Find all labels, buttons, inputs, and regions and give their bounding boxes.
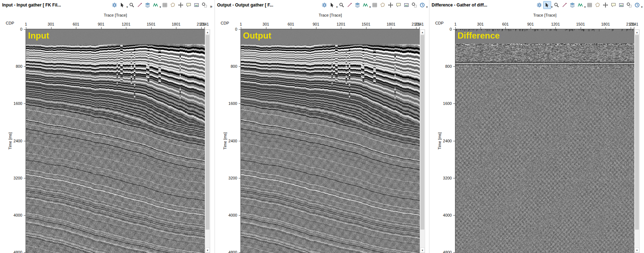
x-axis-ticks: 130160190112011501180121012141 xyxy=(241,22,420,29)
layers-icon[interactable] xyxy=(353,1,361,9)
snap-icon[interactable] xyxy=(346,1,353,9)
history-icon[interactable] xyxy=(418,1,426,9)
x-tick-label: 1 xyxy=(454,22,456,26)
polygon-icon[interactable] xyxy=(379,1,387,9)
seismic-compare-window: Input - Input gather [ FK Fil... ▾▾» Tra… xyxy=(0,0,644,253)
wiggle-icon[interactable] xyxy=(576,1,584,9)
scroll-up-button[interactable]: ▲ xyxy=(420,30,425,35)
annotation-icon[interactable] xyxy=(395,1,402,9)
y-tick-label: 3200 xyxy=(443,176,452,180)
spreadsheet-icon[interactable] xyxy=(586,1,594,9)
scroll-down-button[interactable]: ▼ xyxy=(635,248,639,253)
pan-icon[interactable] xyxy=(387,1,395,9)
x-tick-mark xyxy=(555,27,556,29)
annotation-icon[interactable] xyxy=(609,1,617,9)
zoom-area-icon[interactable] xyxy=(201,1,208,9)
y-tick-label: 0 xyxy=(235,27,237,31)
dropdown-arrow-icon[interactable]: ▾ xyxy=(426,5,428,9)
y-tick-mark xyxy=(24,66,26,67)
x-tick-mark xyxy=(241,27,241,29)
zoom-icon[interactable] xyxy=(338,1,346,9)
x-tick-label: 601 xyxy=(288,22,294,26)
select-icon[interactable] xyxy=(118,1,126,9)
settings-icon[interactable] xyxy=(111,1,118,9)
zoom-area-icon[interactable] xyxy=(625,1,633,9)
gather-overlay-label: Difference xyxy=(458,31,500,41)
x-tick-mark xyxy=(76,27,76,29)
layers-icon[interactable] xyxy=(568,1,576,9)
seismic-image[interactable] xyxy=(26,29,205,253)
seismic-image[interactable] xyxy=(241,29,420,253)
x-tick-label: 2141 xyxy=(200,22,209,26)
y-tick-mark xyxy=(24,141,26,141)
x-tick-mark xyxy=(419,27,420,29)
scroll-up-button[interactable]: ▲ xyxy=(635,30,639,35)
x-tick-label: 1501 xyxy=(147,22,155,26)
x-tick-mark xyxy=(126,27,126,29)
gather-overlay-label: Input xyxy=(28,31,49,41)
x-tick-mark xyxy=(101,27,102,29)
history-icon[interactable] xyxy=(633,1,641,9)
y-tick-mark xyxy=(239,252,240,253)
x-tick-mark xyxy=(266,27,266,29)
zoom-icon[interactable] xyxy=(128,1,136,9)
panel-title: Output - Output gather [ F... xyxy=(217,3,320,8)
y-tick-mark xyxy=(239,29,240,30)
pan-icon[interactable] xyxy=(602,1,609,9)
pan-icon[interactable] xyxy=(177,1,185,9)
seismic-image[interactable] xyxy=(455,29,634,253)
scroll-up-button[interactable]: ▲ xyxy=(205,30,210,35)
cdp-label: CDP xyxy=(221,21,229,25)
scrollbar-thumb[interactable] xyxy=(206,35,210,230)
annotation-icon[interactable] xyxy=(185,1,193,9)
snap-icon[interactable] xyxy=(560,1,568,9)
wiggle-icon[interactable] xyxy=(361,1,369,9)
panel-toolbar: Output - Output gather [ F... ▾▾▾ xyxy=(215,0,429,10)
y-tick-label: 4800 xyxy=(14,250,22,253)
polygon-icon[interactable] xyxy=(169,1,177,9)
x-tick-mark xyxy=(531,27,531,29)
y-tick-label: 1600 xyxy=(229,101,237,106)
dropdown-arrow-icon[interactable]: ▾ xyxy=(641,5,643,9)
select-icon[interactable] xyxy=(328,1,336,9)
y-tick-mark xyxy=(24,29,26,30)
toolbar-icons: ▾▾» xyxy=(111,1,213,9)
x-tick-mark xyxy=(481,27,481,29)
y-tick-label: 4000 xyxy=(229,213,237,217)
vertical-scrollbar[interactable]: ▲ ▼ xyxy=(420,29,425,253)
layers-icon[interactable] xyxy=(144,1,152,9)
spreadsheet-icon[interactable] xyxy=(161,1,169,9)
scrollbar-thumb[interactable] xyxy=(420,35,424,230)
zoom-icon[interactable] xyxy=(553,1,560,9)
zoom-area-icon[interactable] xyxy=(410,1,418,9)
vertical-scrollbar[interactable]: ▲ ▼ xyxy=(634,29,640,253)
scrollbar-thumb[interactable] xyxy=(635,35,639,230)
settings-icon[interactable] xyxy=(320,1,328,9)
export-icon[interactable] xyxy=(402,1,410,9)
y-tick-mark xyxy=(453,252,455,253)
y-tick-mark xyxy=(453,215,455,216)
x-tick-mark xyxy=(316,27,316,29)
x-tick-label: 301 xyxy=(477,22,483,26)
snap-icon[interactable] xyxy=(136,1,144,9)
scroll-down-button[interactable]: ▼ xyxy=(420,248,425,253)
scroll-down-button[interactable]: ▼ xyxy=(205,248,210,253)
x-tick-label: 601 xyxy=(502,22,509,26)
wiggle-icon[interactable] xyxy=(152,1,159,9)
toolbar-overflow-indicator[interactable]: » xyxy=(208,4,213,9)
x-tick-label: 1 xyxy=(25,22,27,26)
x-tick-label: 301 xyxy=(48,22,54,26)
panel-toolbar: Difference - Gather of diff... ▾▾▾ xyxy=(429,0,644,10)
export-icon[interactable] xyxy=(617,1,625,9)
export-icon[interactable] xyxy=(193,1,201,9)
y-tick-mark xyxy=(453,66,455,67)
spreadsheet-icon[interactable] xyxy=(371,1,379,9)
y-tick-label: 4800 xyxy=(443,250,452,253)
y-tick-label: 1600 xyxy=(443,101,452,106)
x-tick-label: 901 xyxy=(312,22,319,26)
vertical-scrollbar[interactable]: ▲ ▼ xyxy=(205,29,210,253)
settings-icon[interactable] xyxy=(535,1,543,9)
polygon-icon[interactable] xyxy=(594,1,602,9)
x-tick-mark xyxy=(201,27,202,29)
select-icon[interactable] xyxy=(543,1,551,9)
